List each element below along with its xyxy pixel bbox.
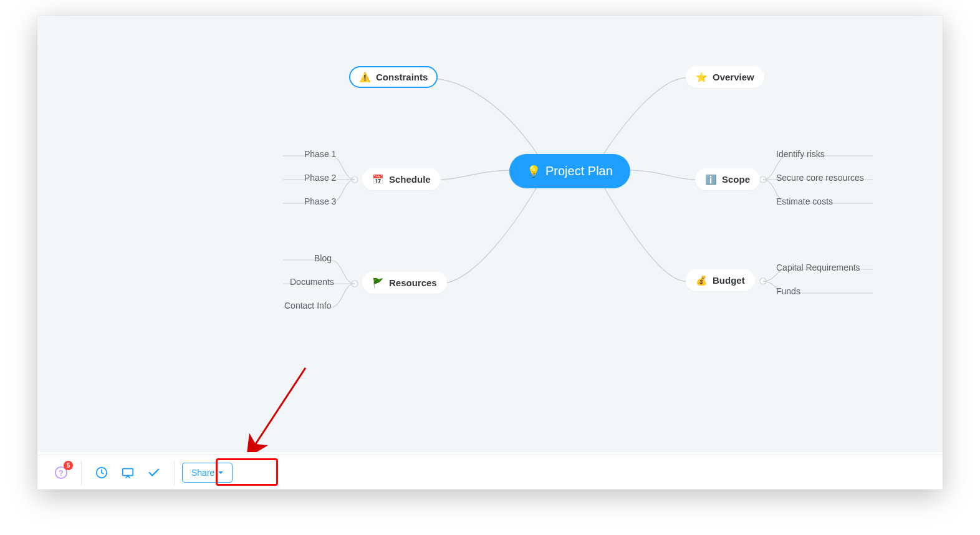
node-budget[interactable]: 💰 Budget	[686, 269, 755, 291]
svg-point-3	[760, 278, 766, 284]
warning-icon: ⚠️	[359, 72, 371, 82]
info-icon: ℹ️	[705, 175, 717, 184]
svg-point-2	[760, 176, 766, 183]
node-schedule[interactable]: 📅 Schedule	[362, 168, 441, 190]
lightbulb-icon: 💡	[527, 166, 540, 177]
leaf-budget-1[interactable]: Funds	[776, 286, 800, 296]
flag-icon: 🚩	[372, 278, 384, 287]
task-complete-button[interactable]	[142, 460, 166, 485]
node-label: Overview	[713, 72, 754, 82]
svg-text:?: ?	[59, 468, 64, 477]
node-label: Budget	[713, 275, 745, 286]
mindmap-canvas[interactable]: 💡 Project Plan ⚠️ Constraints ⭐ Overview…	[37, 16, 943, 452]
separator	[81, 460, 82, 485]
leaf-budget-0[interactable]: Capital Requirements	[776, 263, 860, 272]
share-label: Share	[191, 468, 214, 478]
svg-point-0	[352, 176, 358, 183]
moneybag-icon: 💰	[696, 276, 708, 285]
svg-point-1	[352, 281, 358, 287]
presentation-icon	[121, 466, 135, 480]
star-icon: ⭐	[696, 72, 708, 82]
node-label: Resources	[389, 277, 437, 288]
node-label: Schedule	[389, 174, 431, 185]
leaf-schedule-2[interactable]: Phase 3	[304, 196, 336, 206]
checkmark-icon	[147, 466, 161, 480]
leaf-scope-0[interactable]: Identify risks	[776, 149, 825, 159]
leaf-scope-2[interactable]: Estimate costs	[776, 196, 833, 206]
svg-line-4	[256, 368, 305, 444]
clock-icon	[95, 466, 108, 480]
annotation-arrow	[237, 363, 324, 452]
connector-lines	[37, 16, 943, 452]
help-button[interactable]: ? 5	[49, 460, 74, 485]
node-label: Constraints	[376, 72, 428, 82]
calendar-icon: 📅	[372, 175, 384, 184]
leaf-resources-1[interactable]: Documents	[290, 277, 334, 287]
history-button[interactable]	[89, 460, 114, 485]
app-window: 💡 Project Plan ⚠️ Constraints ⭐ Overview…	[37, 16, 943, 489]
leaf-schedule-0[interactable]: Phase 1	[304, 149, 336, 159]
bottom-toolbar: ? 5 Share	[37, 455, 943, 489]
share-button[interactable]: Share	[182, 463, 233, 483]
leaf-resources-0[interactable]: Blog	[314, 253, 332, 263]
node-overview[interactable]: ⭐ Overview	[686, 66, 764, 88]
node-center[interactable]: 💡 Project Plan	[509, 154, 630, 188]
notification-badge: 5	[64, 461, 73, 470]
chevron-down-icon	[218, 471, 223, 474]
node-resources[interactable]: 🚩 Resources	[362, 272, 447, 294]
leaf-scope-1[interactable]: Secure core resources	[776, 173, 864, 183]
node-scope[interactable]: ℹ️ Scope	[695, 168, 760, 190]
node-label: Project Plan	[545, 164, 613, 178]
separator	[174, 460, 175, 485]
leaf-resources-2[interactable]: Contact Info	[284, 301, 332, 311]
present-button[interactable]	[115, 460, 140, 485]
svg-rect-8	[123, 468, 133, 475]
leaf-schedule-1[interactable]: Phase 2	[304, 173, 336, 183]
node-constraints[interactable]: ⚠️ Constraints	[349, 66, 438, 88]
node-label: Scope	[722, 174, 750, 185]
